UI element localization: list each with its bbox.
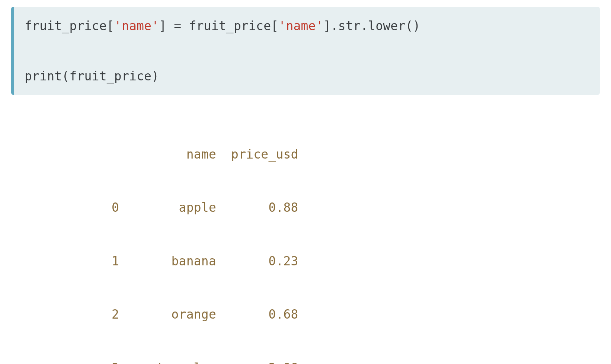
output-block: name price_usd 0 apple 0.88 1 banana 0.2… <box>0 110 611 364</box>
output-row: 1 banana 0.23 <box>112 252 611 270</box>
code-token: fruit_price[ <box>25 19 114 33</box>
code-blank-line <box>25 35 589 68</box>
page-container: fruit_price['name'] = fruit_price['name'… <box>0 7 611 364</box>
code-token: ].str.lower() <box>323 19 420 33</box>
code-line-1: fruit_price['name'] = fruit_price['name'… <box>25 18 589 35</box>
code-line-3: print(fruit_price) <box>25 68 589 85</box>
output-row: 2 orange 0.68 <box>112 306 611 323</box>
output-row: 0 apple 0.88 <box>112 199 611 217</box>
code-string-token: 'name' <box>114 19 159 33</box>
code-string-token: 'name' <box>278 19 323 33</box>
code-block: fruit_price['name'] = fruit_price['name'… <box>11 7 600 95</box>
output-header: name price_usd <box>112 146 611 163</box>
output-row: 3 watermelon 3.98 <box>112 359 611 364</box>
code-token: ] = fruit_price[ <box>159 19 278 33</box>
